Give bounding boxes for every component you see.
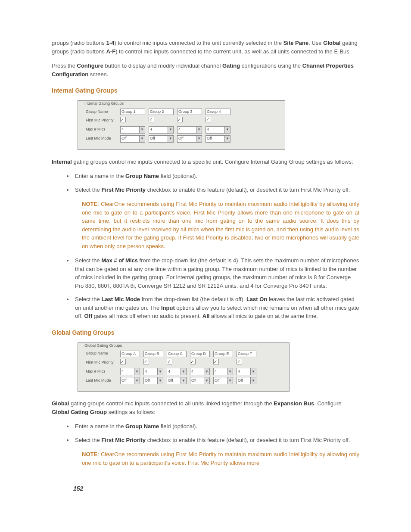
internal-description: Internal gating groups control mic input… bbox=[52, 158, 359, 166]
chevron-down-icon: ▼ bbox=[157, 377, 163, 384]
chevron-down-icon: ▼ bbox=[134, 377, 140, 384]
row-label: Max # Mics bbox=[84, 367, 118, 376]
max-mics-select[interactable]: 4▼ bbox=[120, 368, 140, 375]
row-label: Last Mic Mode bbox=[84, 376, 118, 385]
chevron-down-icon: ▼ bbox=[139, 136, 145, 142]
last-mic-select[interactable]: Off▼ bbox=[177, 135, 202, 143]
note-block: NOTE: ClearOne recommends using First Mi… bbox=[82, 200, 359, 250]
first-mic-checkbox[interactable] bbox=[143, 359, 149, 364]
list-item: Enter a name in the Group Name field (op… bbox=[73, 172, 359, 180]
panel-title: Global Gating Groups bbox=[83, 343, 123, 349]
global-steps-list: Enter a name in the Group Name field (op… bbox=[52, 422, 359, 444]
max-mics-select[interactable]: 4▼ bbox=[149, 126, 174, 134]
last-mic-select[interactable]: Off▼ bbox=[120, 135, 145, 143]
panel-title: Internal Gating Groups bbox=[83, 101, 125, 107]
row-label: Group Name bbox=[84, 350, 118, 358]
row-label: First Mic Priority bbox=[84, 358, 118, 367]
global-gating-panel: Global Gating Groups Group Name Group A … bbox=[78, 342, 290, 392]
first-mic-checkbox[interactable] bbox=[206, 117, 211, 122]
group-name-input[interactable]: Group E bbox=[213, 351, 233, 357]
first-mic-checkbox[interactable] bbox=[237, 359, 242, 364]
chevron-down-icon: ▼ bbox=[227, 377, 233, 384]
last-mic-select[interactable]: Off▼ bbox=[206, 135, 230, 143]
last-mic-select[interactable]: Off▼ bbox=[213, 377, 233, 384]
last-mic-select[interactable]: Off▼ bbox=[120, 377, 140, 384]
page-number: 152 bbox=[73, 484, 359, 493]
max-mics-select[interactable]: 4▼ bbox=[206, 126, 230, 134]
global-description: Global gating groups control mic inputs … bbox=[52, 399, 359, 416]
first-mic-checkbox[interactable] bbox=[120, 117, 126, 122]
max-mics-select[interactable]: 4▼ bbox=[190, 368, 210, 375]
chevron-down-icon: ▼ bbox=[181, 368, 186, 375]
group-name-input[interactable]: Group 4 bbox=[206, 109, 230, 115]
group-name-input[interactable]: Group 2 bbox=[149, 109, 174, 115]
internal-steps-list-2: Select the Max # of Mics from the drop-d… bbox=[52, 256, 359, 320]
group-name-input[interactable]: Group D bbox=[190, 351, 210, 357]
list-item: Select the First Mic Priority checkbox t… bbox=[73, 186, 359, 194]
row-label: Max # Mics bbox=[84, 125, 118, 134]
first-mic-checkbox[interactable] bbox=[177, 117, 183, 122]
group-name-input[interactable]: Group F bbox=[237, 351, 256, 357]
list-item: Select the Max # of Mics from the drop-d… bbox=[73, 256, 359, 290]
max-mics-select[interactable]: 4▼ bbox=[120, 126, 145, 134]
first-mic-checkbox[interactable] bbox=[167, 359, 172, 364]
chevron-down-icon: ▼ bbox=[157, 368, 163, 375]
chevron-down-icon: ▼ bbox=[196, 127, 202, 133]
row-label: Group Name bbox=[84, 108, 118, 116]
intro-paragraph: groups (radio buttons 1-4) to control mi… bbox=[52, 39, 359, 56]
chevron-down-icon: ▼ bbox=[250, 368, 256, 375]
group-name-input[interactable]: Group A bbox=[120, 351, 140, 357]
last-mic-select[interactable]: Off▼ bbox=[190, 377, 210, 384]
first-mic-checkbox[interactable] bbox=[213, 359, 219, 364]
group-name-input[interactable]: Group 3 bbox=[177, 109, 202, 115]
first-mic-checkbox[interactable] bbox=[149, 117, 154, 122]
last-mic-select[interactable]: Off▼ bbox=[143, 377, 163, 384]
chevron-down-icon: ▼ bbox=[227, 368, 233, 375]
max-mics-select[interactable]: 4▼ bbox=[213, 368, 233, 375]
chevron-down-icon: ▼ bbox=[168, 136, 173, 142]
internal-steps-list: Enter a name in the Group Name field (op… bbox=[52, 172, 359, 194]
chevron-down-icon: ▼ bbox=[134, 368, 140, 375]
chevron-down-icon: ▼ bbox=[204, 368, 209, 375]
chevron-down-icon: ▼ bbox=[196, 136, 202, 142]
internal-gating-heading: Internal Gating Groups bbox=[52, 86, 359, 95]
global-gating-heading: Global Gating Groups bbox=[52, 328, 359, 337]
chevron-down-icon: ▼ bbox=[204, 377, 209, 384]
chevron-down-icon: ▼ bbox=[224, 127, 230, 133]
group-name-input[interactable]: Group B bbox=[143, 351, 163, 357]
note-block: NOTE: ClearOne recommends using First Mi… bbox=[82, 450, 359, 467]
chevron-down-icon: ▼ bbox=[168, 127, 173, 133]
max-mics-select[interactable]: 4▼ bbox=[167, 368, 187, 375]
group-name-input[interactable]: Group C bbox=[167, 351, 187, 357]
last-mic-select[interactable]: Off▼ bbox=[237, 377, 256, 384]
first-mic-checkbox[interactable] bbox=[190, 359, 196, 364]
max-mics-select[interactable]: 4▼ bbox=[237, 368, 256, 375]
chevron-down-icon: ▼ bbox=[224, 136, 230, 142]
chevron-down-icon: ▼ bbox=[139, 127, 145, 133]
press-paragraph: Press the Configure button to display an… bbox=[52, 62, 359, 78]
row-label: First Mic Priority bbox=[84, 116, 118, 125]
max-mics-select[interactable]: 4▼ bbox=[143, 368, 163, 375]
chevron-down-icon: ▼ bbox=[181, 377, 186, 384]
chevron-down-icon: ▼ bbox=[250, 377, 256, 384]
first-mic-checkbox[interactable] bbox=[120, 359, 126, 364]
list-item: Select the Last Mic Mode from the drop-d… bbox=[73, 295, 359, 320]
list-item: Enter a name in the Group Name field (op… bbox=[73, 422, 359, 431]
max-mics-select[interactable]: 4▼ bbox=[177, 126, 202, 134]
last-mic-select[interactable]: Off▼ bbox=[167, 377, 187, 384]
row-label: Last Mic Mode bbox=[84, 134, 118, 143]
group-name-input[interactable]: Group 1 bbox=[120, 109, 145, 115]
last-mic-select[interactable]: Off▼ bbox=[149, 135, 174, 143]
internal-gating-panel: Internal Gating Groups Group Name Group … bbox=[78, 100, 285, 150]
list-item: Select the First Mic Priority checkbox t… bbox=[73, 436, 359, 445]
